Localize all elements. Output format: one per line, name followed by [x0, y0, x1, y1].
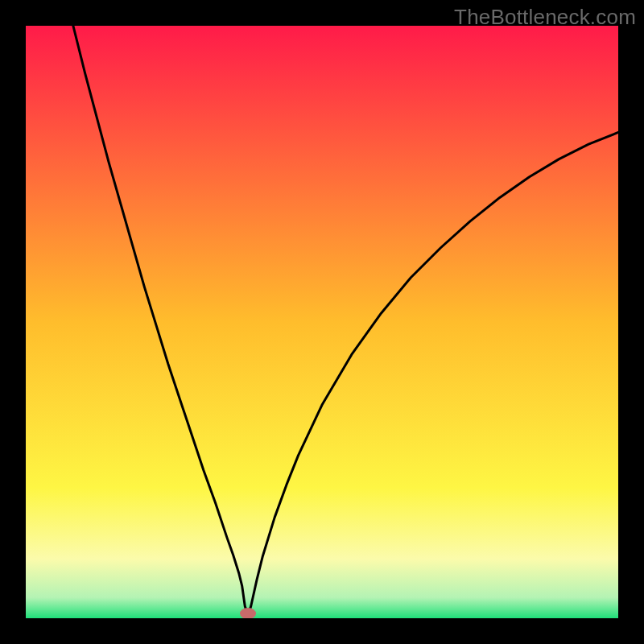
bottleneck-chart	[26, 26, 618, 618]
plot-area	[26, 26, 618, 618]
chart-frame: TheBottleneck.com	[0, 0, 644, 644]
gradient-background	[26, 26, 618, 618]
watermark-text: TheBottleneck.com	[454, 5, 636, 30]
